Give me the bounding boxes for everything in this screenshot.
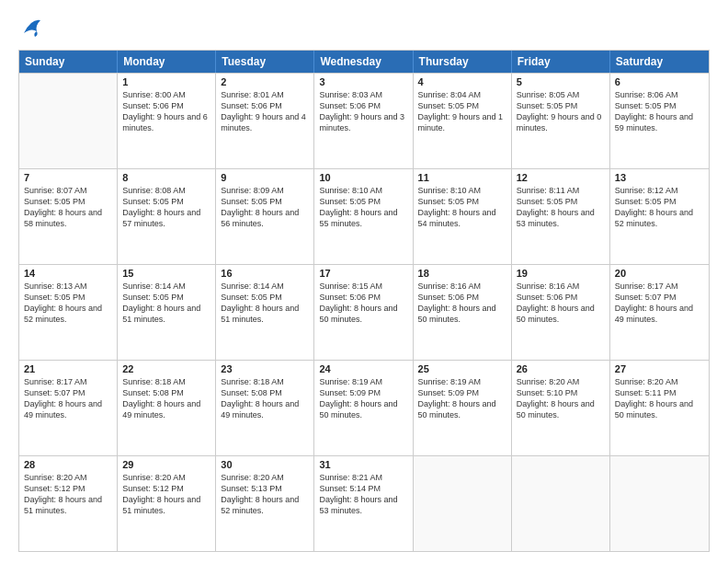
- cell-sun-info: Sunrise: 8:15 AM Sunset: 5:06 PM Dayligh…: [319, 281, 407, 326]
- day-cell-20: 20Sunrise: 8:17 AM Sunset: 5:07 PM Dayli…: [610, 265, 709, 360]
- day-number: 5: [517, 76, 605, 87]
- header-day-tuesday: Tuesday: [216, 51, 314, 73]
- day-number: 29: [122, 459, 210, 470]
- day-number: 9: [221, 172, 309, 183]
- day-cell-8: 8Sunrise: 8:08 AM Sunset: 5:05 PM Daylig…: [118, 169, 216, 264]
- day-cell-30: 30Sunrise: 8:20 AM Sunset: 5:13 PM Dayli…: [216, 456, 314, 551]
- week-row-2: 7Sunrise: 8:07 AM Sunset: 5:05 PM Daylig…: [19, 168, 709, 264]
- week-row-5: 28Sunrise: 8:20 AM Sunset: 5:12 PM Dayli…: [19, 455, 709, 551]
- page: SundayMondayTuesdayWednesdayThursdayFrid…: [0, 0, 728, 563]
- header-day-saturday: Saturday: [610, 51, 709, 73]
- day-cell-12: 12Sunrise: 8:11 AM Sunset: 5:05 PM Dayli…: [512, 169, 610, 264]
- day-cell-27: 27Sunrise: 8:20 AM Sunset: 5:11 PM Dayli…: [610, 361, 709, 455]
- day-number: 1: [122, 76, 210, 87]
- header-day-friday: Friday: [512, 51, 610, 73]
- header-day-sunday: Sunday: [19, 51, 118, 73]
- cell-sun-info: Sunrise: 8:18 AM Sunset: 5:08 PM Dayligh…: [122, 376, 210, 421]
- header: [18, 15, 710, 40]
- day-number: 31: [319, 459, 407, 470]
- day-cell-14: 14Sunrise: 8:13 AM Sunset: 5:05 PM Dayli…: [19, 265, 118, 360]
- cell-sun-info: Sunrise: 8:07 AM Sunset: 5:05 PM Dayligh…: [24, 185, 112, 230]
- cell-sun-info: Sunrise: 8:21 AM Sunset: 5:14 PM Dayligh…: [319, 472, 407, 517]
- day-number: 19: [517, 268, 605, 279]
- day-cell-16: 16Sunrise: 8:14 AM Sunset: 5:05 PM Dayli…: [216, 265, 314, 360]
- day-number: 23: [221, 363, 309, 374]
- day-number: 27: [615, 363, 704, 374]
- cell-sun-info: Sunrise: 8:14 AM Sunset: 5:05 PM Dayligh…: [122, 281, 210, 326]
- day-number: 24: [319, 363, 407, 374]
- day-number: 10: [319, 172, 407, 183]
- day-cell-9: 9Sunrise: 8:09 AM Sunset: 5:05 PM Daylig…: [216, 169, 314, 264]
- day-cell-21: 21Sunrise: 8:17 AM Sunset: 5:07 PM Dayli…: [19, 361, 118, 455]
- cell-sun-info: Sunrise: 8:16 AM Sunset: 5:06 PM Dayligh…: [418, 281, 506, 326]
- day-number: 15: [122, 268, 210, 279]
- day-number: 14: [24, 268, 112, 279]
- day-cell-1: 1Sunrise: 8:00 AM Sunset: 5:06 PM Daylig…: [118, 74, 216, 168]
- header-day-wednesday: Wednesday: [314, 51, 413, 73]
- day-cell-24: 24Sunrise: 8:19 AM Sunset: 5:09 PM Dayli…: [314, 361, 413, 455]
- day-number: 13: [615, 172, 704, 183]
- cell-sun-info: Sunrise: 8:00 AM Sunset: 5:06 PM Dayligh…: [122, 89, 210, 134]
- day-cell-2: 2Sunrise: 8:01 AM Sunset: 5:06 PM Daylig…: [216, 74, 314, 168]
- cell-sun-info: Sunrise: 8:06 AM Sunset: 5:05 PM Dayligh…: [615, 89, 704, 134]
- cell-sun-info: Sunrise: 8:10 AM Sunset: 5:05 PM Dayligh…: [319, 185, 407, 230]
- day-cell-7: 7Sunrise: 8:07 AM Sunset: 5:05 PM Daylig…: [19, 169, 118, 264]
- week-row-3: 14Sunrise: 8:13 AM Sunset: 5:05 PM Dayli…: [19, 264, 709, 360]
- day-cell-25: 25Sunrise: 8:19 AM Sunset: 5:09 PM Dayli…: [414, 361, 512, 455]
- cell-sun-info: Sunrise: 8:20 AM Sunset: 5:12 PM Dayligh…: [122, 472, 210, 517]
- day-number: 17: [319, 268, 407, 279]
- header-day-thursday: Thursday: [414, 51, 512, 73]
- day-cell-13: 13Sunrise: 8:12 AM Sunset: 5:05 PM Dayli…: [610, 169, 709, 264]
- day-cell-4: 4Sunrise: 8:04 AM Sunset: 5:05 PM Daylig…: [414, 74, 512, 168]
- cell-sun-info: Sunrise: 8:20 AM Sunset: 5:10 PM Dayligh…: [517, 376, 605, 421]
- day-number: 22: [122, 363, 210, 374]
- day-number: 8: [122, 172, 210, 183]
- logo: [18, 15, 42, 40]
- day-cell-5: 5Sunrise: 8:05 AM Sunset: 5:05 PM Daylig…: [512, 74, 610, 168]
- cell-sun-info: Sunrise: 8:14 AM Sunset: 5:05 PM Dayligh…: [221, 281, 309, 326]
- cell-sun-info: Sunrise: 8:08 AM Sunset: 5:05 PM Dayligh…: [122, 185, 210, 230]
- day-cell-29: 29Sunrise: 8:20 AM Sunset: 5:12 PM Dayli…: [118, 456, 216, 551]
- cell-sun-info: Sunrise: 8:05 AM Sunset: 5:05 PM Dayligh…: [517, 89, 605, 134]
- day-cell-18: 18Sunrise: 8:16 AM Sunset: 5:06 PM Dayli…: [414, 265, 512, 360]
- logo-bird-icon: [20, 15, 42, 40]
- day-number: 11: [418, 172, 506, 183]
- day-number: 6: [615, 76, 704, 87]
- day-cell-6: 6Sunrise: 8:06 AM Sunset: 5:05 PM Daylig…: [610, 74, 709, 168]
- day-cell-23: 23Sunrise: 8:18 AM Sunset: 5:08 PM Dayli…: [216, 361, 314, 455]
- empty-cell: [512, 456, 610, 551]
- day-cell-11: 11Sunrise: 8:10 AM Sunset: 5:05 PM Dayli…: [414, 169, 512, 264]
- week-row-1: 1Sunrise: 8:00 AM Sunset: 5:06 PM Daylig…: [19, 73, 709, 168]
- empty-cell: [19, 74, 118, 168]
- day-number: 25: [418, 363, 506, 374]
- cell-sun-info: Sunrise: 8:11 AM Sunset: 5:05 PM Dayligh…: [517, 185, 605, 230]
- cell-sun-info: Sunrise: 8:20 AM Sunset: 5:12 PM Dayligh…: [24, 472, 112, 517]
- cell-sun-info: Sunrise: 8:20 AM Sunset: 5:11 PM Dayligh…: [615, 376, 704, 421]
- week-row-4: 21Sunrise: 8:17 AM Sunset: 5:07 PM Dayli…: [19, 360, 709, 455]
- cell-sun-info: Sunrise: 8:18 AM Sunset: 5:08 PM Dayligh…: [221, 376, 309, 421]
- day-number: 12: [517, 172, 605, 183]
- calendar-header: SundayMondayTuesdayWednesdayThursdayFrid…: [19, 51, 709, 73]
- cell-sun-info: Sunrise: 8:12 AM Sunset: 5:05 PM Dayligh…: [615, 185, 704, 230]
- cell-sun-info: Sunrise: 8:17 AM Sunset: 5:07 PM Dayligh…: [615, 281, 704, 326]
- day-number: 21: [24, 363, 112, 374]
- empty-cell: [610, 456, 709, 551]
- day-cell-3: 3Sunrise: 8:03 AM Sunset: 5:06 PM Daylig…: [314, 74, 413, 168]
- cell-sun-info: Sunrise: 8:10 AM Sunset: 5:05 PM Dayligh…: [418, 185, 506, 230]
- cell-sun-info: Sunrise: 8:20 AM Sunset: 5:13 PM Dayligh…: [221, 472, 309, 517]
- cell-sun-info: Sunrise: 8:19 AM Sunset: 5:09 PM Dayligh…: [418, 376, 506, 421]
- day-cell-26: 26Sunrise: 8:20 AM Sunset: 5:10 PM Dayli…: [512, 361, 610, 455]
- cell-sun-info: Sunrise: 8:17 AM Sunset: 5:07 PM Dayligh…: [24, 376, 112, 421]
- day-cell-28: 28Sunrise: 8:20 AM Sunset: 5:12 PM Dayli…: [19, 456, 118, 551]
- day-number: 16: [221, 268, 309, 279]
- day-number: 26: [517, 363, 605, 374]
- day-cell-22: 22Sunrise: 8:18 AM Sunset: 5:08 PM Dayli…: [118, 361, 216, 455]
- day-number: 18: [418, 268, 506, 279]
- day-number: 20: [615, 268, 704, 279]
- cell-sun-info: Sunrise: 8:03 AM Sunset: 5:06 PM Dayligh…: [319, 89, 407, 134]
- day-number: 2: [221, 76, 309, 87]
- cell-sun-info: Sunrise: 8:01 AM Sunset: 5:06 PM Dayligh…: [221, 89, 309, 134]
- day-number: 3: [319, 76, 407, 87]
- calendar-body: 1Sunrise: 8:00 AM Sunset: 5:06 PM Daylig…: [19, 73, 709, 551]
- day-cell-31: 31Sunrise: 8:21 AM Sunset: 5:14 PM Dayli…: [314, 456, 413, 551]
